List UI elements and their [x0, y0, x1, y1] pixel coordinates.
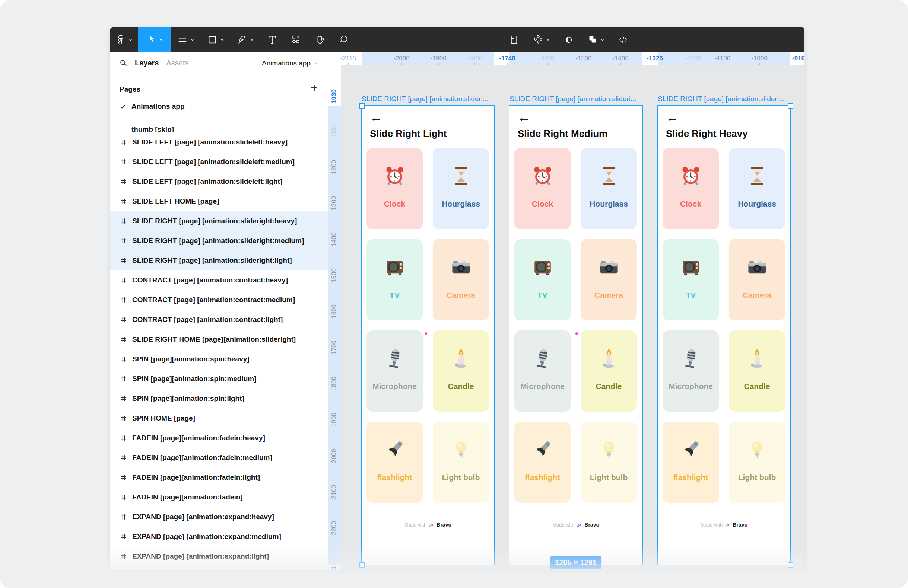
resources-tool-button[interactable]: [284, 27, 308, 53]
emoji-card[interactable]: Camera: [581, 239, 637, 320]
ruler-tick: [799, 63, 799, 65]
frame-name-label[interactable]: SLIDE RIGHT [page] [animation:slideri...: [658, 95, 790, 104]
card-label: Candle: [744, 382, 770, 391]
emoji-card[interactable]: Light bulb: [433, 422, 489, 503]
tab-assets[interactable]: Assets: [166, 59, 189, 67]
emoji-card[interactable]: flashlight: [367, 422, 423, 503]
text-tool-button[interactable]: [260, 27, 284, 53]
emoji-card[interactable]: TV: [367, 239, 423, 320]
layer-row[interactable]: SPIN [page][animation:spin:heavy]: [110, 349, 328, 369]
card-label: Microphone: [520, 382, 565, 391]
mask-button[interactable]: [556, 27, 581, 53]
emoji-card[interactable]: Camera: [433, 239, 489, 320]
page-switcher[interactable]: Animations app: [262, 59, 319, 67]
ruler-tick-label: 1900: [330, 413, 338, 427]
move-tool-button[interactable]: [138, 27, 171, 53]
page-item-thumb-skip[interactable]: thumb [skip]: [119, 125, 324, 132]
main-menu-button[interactable]: [110, 27, 138, 53]
layer-row[interactable]: SLIDE LEFT [page] [animation:slideleft:h…: [110, 132, 328, 152]
hourglass-icon: [450, 165, 472, 187]
emoji-card[interactable]: Light bulb: [581, 422, 637, 503]
emoji-card[interactable]: Candle: [729, 331, 785, 411]
layer-row[interactable]: SLIDE LEFT [page] [animation:slideleft:m…: [110, 152, 328, 172]
ruler-tick-label: -1400: [612, 55, 628, 62]
frame[interactable]: SLIDE RIGHT [page] [animation:slideri...…: [509, 106, 642, 565]
layer-row[interactable]: CONTRACT [page] [animation:contract:ligh…: [110, 310, 328, 329]
emoji-card[interactable]: Candle: [433, 331, 489, 411]
layer-row[interactable]: CONTRACT [page] [animation:contract:medi…: [110, 290, 328, 310]
frame-icon: [120, 159, 127, 165]
layer-row[interactable]: SPIN [page][animation:spin:medium]: [110, 369, 328, 389]
emoji-card[interactable]: TV: [663, 239, 719, 320]
emoji-card[interactable]: Hourglass: [729, 148, 785, 229]
search-icon[interactable]: [119, 59, 127, 67]
layer-row[interactable]: EXPAND [page] [animation:expand:heavy]: [110, 507, 328, 527]
emoji-card[interactable]: Candle: [581, 331, 637, 411]
design-panel-button[interactable]: [502, 27, 526, 53]
frame-tool-button[interactable]: [171, 27, 201, 53]
canvas[interactable]: -2115-2000-1900-1800-1740-1600-1500-1400…: [328, 53, 805, 570]
frame[interactable]: SLIDE RIGHT [page] [animation:slideri...…: [362, 106, 494, 565]
emoji-card[interactable]: Microphone: [663, 331, 719, 411]
frame-name-label[interactable]: SLIDE RIGHT [page] [animation:slideri...: [362, 95, 494, 104]
emoji-card[interactable]: Camera: [729, 239, 785, 320]
layer-row[interactable]: EXPAND [page] [animation:expand:light]: [110, 546, 328, 566]
add-page-button[interactable]: [310, 84, 319, 92]
page-label: Animations app: [132, 102, 185, 111]
layer-row[interactable]: FADEIN [page][animation:fadein:heavy]: [110, 428, 328, 448]
comment-tool-button[interactable]: [332, 27, 356, 53]
chevron-down-icon: [190, 37, 195, 42]
emoji-card[interactable]: Clock: [367, 148, 423, 229]
dev-mode-button[interactable]: [611, 27, 635, 53]
back-arrow-icon: ←: [518, 111, 530, 124]
selection-handle[interactable]: [788, 562, 793, 567]
emoji-card[interactable]: flashlight: [663, 422, 719, 503]
frame-name-label[interactable]: SLIDE RIGHT [page] [animation:slideri...: [509, 95, 642, 104]
boolean-union-button[interactable]: [581, 27, 611, 53]
layer-row[interactable]: SLIDE RIGHT HOME [page][animation:slider…: [110, 329, 328, 349]
emoji-card[interactable]: Microphone: [514, 331, 571, 411]
page-item-animations-app[interactable]: Animations app: [119, 102, 324, 111]
layer-row[interactable]: FADEIN [page][animation:fadein:light]: [110, 468, 328, 487]
layer-row[interactable]: SLIDE RIGHT [page] [animation:slideright…: [110, 251, 328, 270]
selection-handle[interactable]: [788, 103, 793, 109]
layer-row[interactable]: SLIDE LEFT [page] [animation:slideleft:l…: [110, 172, 328, 191]
layer-label: CONTRACT [page] [animation:contract:ligh…: [132, 316, 283, 324]
ruler-tick-label: 1500: [330, 268, 338, 283]
pen-tool-icon: [237, 34, 248, 45]
emoji-card[interactable]: Clock: [663, 148, 719, 229]
selection-handle[interactable]: [359, 562, 365, 567]
emoji-card[interactable]: flashlight: [514, 422, 571, 503]
layer-label: SPIN [page][animation:spin:light]: [132, 395, 244, 403]
cards-grid: Clock Hourglass TV Camera Microphone Can…: [514, 148, 637, 503]
card-label: flashlight: [673, 473, 708, 482]
layer-row[interactable]: FADEIN [page][animation:fadein:medium]: [110, 448, 328, 468]
pen-tool-button[interactable]: [230, 27, 260, 53]
layer-label: FADEIN [page][animation:fadein:medium]: [132, 454, 272, 462]
shape-tool-button[interactable]: [201, 27, 230, 53]
layer-row[interactable]: SPIN HOME [page]: [110, 408, 328, 428]
ruler-tick-label: -1740: [499, 55, 515, 62]
emoji-card[interactable]: Microphone: [367, 331, 423, 411]
emoji-card[interactable]: Clock: [514, 148, 571, 229]
emoji-card[interactable]: Hourglass: [433, 148, 489, 229]
layer-row[interactable]: SLIDE RIGHT [page] [animation:slideright…: [110, 231, 328, 251]
tab-layers[interactable]: Layers: [135, 59, 159, 67]
emoji-card[interactable]: Light bulb: [729, 422, 785, 503]
selection-handle[interactable]: [359, 103, 365, 109]
layer-row[interactable]: FADEIN [page][animation:fadein]: [110, 487, 328, 507]
figma-logo-icon: [115, 34, 126, 45]
variants-button[interactable]: [526, 27, 556, 53]
hand-tool-button[interactable]: [308, 27, 332, 53]
layer-row[interactable]: SLIDE RIGHT [page] [animation:slideright…: [110, 211, 328, 231]
ruler-tick: [348, 63, 349, 65]
layer-row[interactable]: SPIN [page][animation:spin:light]: [110, 389, 328, 408]
clock-icon: [384, 165, 406, 187]
layer-row[interactable]: EXPAND [page] [animation:expand:medium]: [110, 527, 328, 546]
layer-row[interactable]: CONTRACT [page] [animation:contract:heav…: [110, 270, 328, 290]
emoji-card[interactable]: TV: [514, 239, 571, 320]
emoji-card[interactable]: Hourglass: [581, 148, 637, 229]
layer-row[interactable]: SLIDE LEFT HOME [page]: [110, 191, 328, 211]
light-bulb-icon: [746, 439, 768, 460]
frame[interactable]: SLIDE RIGHT [page] [animation:slideri...…: [658, 106, 790, 565]
